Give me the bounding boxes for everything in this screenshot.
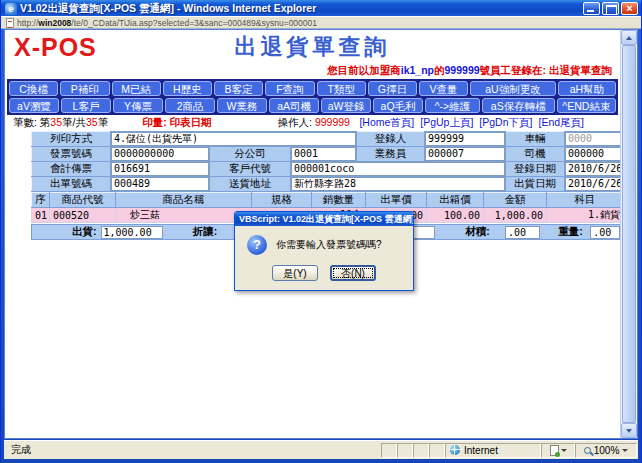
scroll-down-button[interactable] [621, 423, 637, 438]
no-button[interactable]: 否(N) [330, 265, 376, 281]
page-title: 出退貨單查詢 [125, 32, 500, 62]
button-customer-set[interactable]: B客定 [214, 81, 263, 96]
scroll-up-button[interactable] [621, 30, 637, 45]
nav-pgup[interactable]: [PgUp上頁] [420, 116, 473, 130]
button-login[interactable]: aW登錄 [321, 98, 371, 113]
scroll-thumb[interactable] [622, 45, 636, 423]
yes-button[interactable]: 是(Y) [272, 265, 318, 281]
status-segment [429, 443, 445, 458]
delivery-address-field[interactable]: 新竹縣李路28 [291, 177, 505, 191]
button-voucher[interactable]: Y傳票 [113, 98, 163, 113]
status-text: 完成 [6, 443, 381, 458]
page-icon [6, 18, 14, 28]
reg-date-field[interactable]: 2010/6/26 [565, 162, 620, 176]
login-employee: 999999 [445, 64, 480, 76]
dialog-title-bar: VBScript: V1.02出退貨查詢[X-POS 雲通網] [235, 212, 413, 226]
button-end[interactable]: ^END結束 [557, 98, 616, 113]
window-title: V1.02出退貨查詢[X-POS 雲通網] - Windows Internet… [20, 2, 581, 16]
toolbar-row-2: aV瀏覽 L客戶 Y傳票 2商品 W業務 aA司機 aW登錄 aQ毛利 ^->維… [9, 98, 616, 113]
ie-icon[interactable] [5, 3, 17, 15]
button-driver[interactable]: aA司機 [269, 98, 319, 113]
customer-label: 客戶代號 [210, 162, 291, 177]
ship-total-label: 出貨: [72, 225, 97, 239]
button-customer[interactable]: L客戶 [61, 98, 111, 113]
voucher-label: 會計傳票 [32, 162, 111, 177]
status-segment [381, 443, 397, 458]
toolbar: C換檔 P補印 M已結 H歷史 B客定 F查詢 T類型 G擇日 V查量 aU強制… [7, 79, 618, 115]
security-zone: Internet [445, 443, 541, 458]
nav-pgdn[interactable]: [PgDn下頁] [479, 116, 532, 130]
protected-mode-control[interactable] [541, 443, 575, 458]
items-header-row: 序 商品代號 商品名稱 規格 銷數量 出單價 出箱價 金額 科目 [32, 193, 621, 208]
zone-label: Internet [464, 445, 498, 456]
ship-total-field[interactable]: 1,000.00 [101, 226, 163, 239]
driver-field[interactable]: 000000 [565, 147, 620, 161]
vehicle-field[interactable]: 0000 [565, 132, 620, 146]
print-mode-field[interactable]: 4.儲位(出貨先單) [111, 132, 356, 146]
col-product-name: 商品名稱 [116, 193, 252, 208]
page-check-icon [550, 445, 559, 456]
volume-field[interactable]: .00 [505, 226, 540, 239]
browser-window: V1.02出退貨查詢[X-POS 雲通網] - Windows Internet… [0, 0, 642, 463]
count-suffix: 筆 [98, 116, 109, 128]
count-mid: 筆/共 [62, 116, 86, 128]
weight-label: 重量: [558, 225, 586, 239]
count-current: 35 [50, 116, 62, 128]
button-sales[interactable]: W業務 [217, 98, 267, 113]
button-closed[interactable]: M已結 [112, 81, 161, 96]
address-bar[interactable]: http://win2008/te/0_CData/TiJia.asp?sele… [1, 16, 641, 29]
volume-label: 材積: [465, 225, 501, 239]
button-history[interactable]: H歷史 [163, 81, 212, 96]
button-save-transfer[interactable]: aS保存轉檔 [482, 98, 555, 113]
col-amount: 金額 [484, 193, 547, 208]
button-type[interactable]: T類型 [317, 81, 366, 96]
button-force-update[interactable]: aU強制更改 [470, 81, 555, 96]
nav-home[interactable]: [Home首頁] [359, 116, 414, 130]
weight-field[interactable]: .00 [590, 226, 620, 239]
login-suffix: 號員工登錄在: [480, 64, 549, 76]
branch-label: 分公司 [210, 147, 291, 162]
vertical-scrollbar[interactable] [620, 30, 637, 438]
button-product[interactable]: 2商品 [165, 98, 215, 113]
zoom-icon [584, 447, 591, 454]
salesman-field[interactable]: 000007 [425, 147, 505, 161]
button-pick-date[interactable]: G擇日 [368, 81, 417, 96]
count-total: 35 [86, 116, 98, 128]
url-path: /te/0_CData/TiJia.asp?selected=3&sanc=00… [71, 18, 317, 28]
ship-date-field[interactable]: 2010/6/26 [565, 177, 620, 191]
print-mode-label: 列印方式 [32, 132, 111, 147]
toolbar-row-1: C換檔 P補印 M已結 H歷史 B客定 F查詢 T類型 G擇日 V查量 aU強制… [9, 81, 616, 96]
salesman-label: 業務員 [357, 147, 425, 162]
dropdown-arrow-icon [561, 449, 567, 452]
vehicle-label: 車輛 [506, 132, 565, 147]
button-browse[interactable]: aV瀏覽 [9, 98, 59, 113]
voucher-field[interactable]: 016691 [111, 162, 209, 176]
ship-date-label: 出貨日期 [506, 177, 565, 192]
minimize-button[interactable] [583, 2, 600, 15]
button-gross-profit[interactable]: aQ毛利 [373, 98, 423, 113]
zoom-dropdown-arrow-icon [622, 449, 628, 452]
login-label: 登錄人 [357, 132, 425, 147]
zoom-control[interactable]: 100% [575, 443, 637, 458]
button-reprint[interactable]: P補印 [60, 81, 109, 96]
button-maintain[interactable]: ^->維護 [425, 98, 480, 113]
record-count: 筆數: 第35筆/共35筆 [13, 116, 108, 130]
button-query[interactable]: F查詢 [265, 81, 314, 96]
nav-end[interactable]: [End尾頁] [538, 116, 584, 130]
status-segment [413, 443, 429, 458]
customer-field[interactable]: 000001coco [291, 162, 505, 176]
close-button[interactable] [621, 2, 638, 15]
col-spec: 規格 [252, 193, 312, 208]
button-switch-file[interactable]: C換檔 [9, 81, 58, 96]
button-check-qty[interactable]: V查量 [419, 81, 468, 96]
address-label: 送貨地址 [210, 177, 291, 192]
maximize-button[interactable] [602, 2, 619, 15]
url-text[interactable]: http://win2008/te/0_CData/TiJia.asp?sele… [17, 18, 317, 28]
page-header: X-POS 出退貨單查詢 [5, 30, 620, 64]
order-no-field[interactable]: 000489 [111, 177, 209, 191]
vbscript-dialog: VBScript: V1.02出退貨查詢[X-POS 雲通網] 你需要輸入發票號… [234, 211, 414, 291]
invoice-field[interactable]: 0000000000 [111, 147, 209, 161]
login-field[interactable]: 999999 [425, 132, 505, 146]
branch-field[interactable]: 0001 [291, 147, 356, 161]
button-help[interactable]: aH幫助 [558, 81, 616, 96]
